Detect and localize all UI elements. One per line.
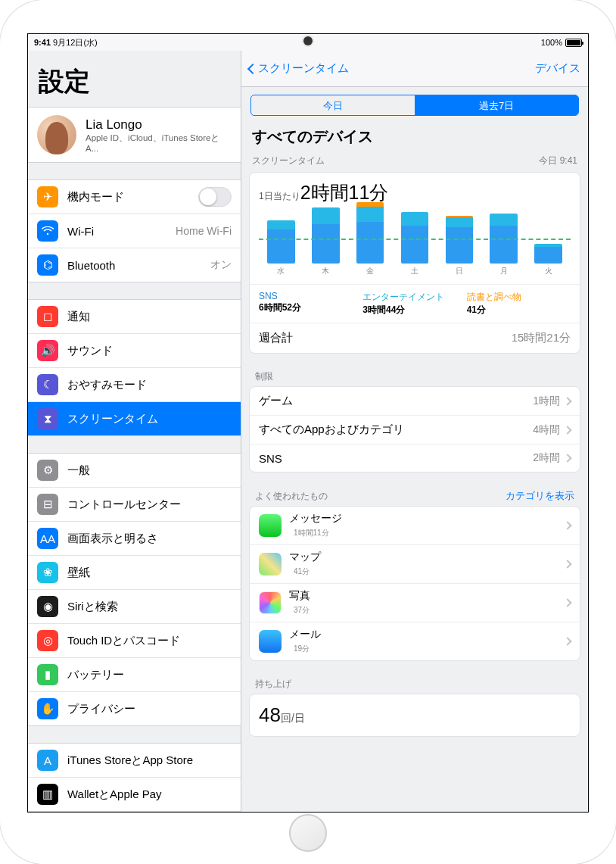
cat-sns: SNS	[259, 291, 362, 301]
chevron-right-icon	[563, 397, 571, 405]
pickup-header: 持ち上げ	[241, 672, 588, 694]
limit-games[interactable]: ゲーム 1時間	[250, 387, 580, 416]
pickup-card[interactable]: 48回/日	[249, 694, 580, 737]
speaker-icon: 🔊	[37, 340, 58, 361]
touchid-label: Touch IDとパスコード	[67, 634, 232, 648]
battery-label: バッテリー	[67, 668, 232, 682]
segmented-control[interactable]: 今日 過去7日	[250, 95, 579, 116]
back-button[interactable]: スクリーンタイム	[249, 61, 349, 76]
sidebar-item-notifications[interactable]: ◻ 通知	[28, 300, 241, 334]
bluetooth-value: オン	[210, 258, 232, 272]
display-label: 画面表示と明るさ	[67, 532, 232, 546]
status-time: 9:41	[34, 38, 51, 47]
chevron-right-icon	[563, 637, 571, 645]
messages-icon	[259, 514, 282, 537]
navbar: スクリーンタイム デバイス	[241, 51, 588, 87]
hand-icon: ✋	[37, 698, 58, 719]
sidebar-item-privacy[interactable]: ✋ プライバシー	[28, 692, 241, 725]
subheader-right: 今日 9:41	[539, 154, 577, 167]
pickup-value: 48	[259, 703, 281, 726]
all-devices-title: すべてのデバイス	[241, 116, 588, 151]
app-photos[interactable]: 写真 37分	[250, 584, 580, 622]
general-label: 一般	[67, 463, 232, 478]
show-categories-link[interactable]: カテゴリを表示	[506, 489, 574, 503]
screentime-label: スクリーンタイム	[67, 412, 232, 426]
bluetooth-label: Bluetooth	[67, 259, 210, 272]
itunes-label: iTunes StoreとApp Store	[67, 753, 232, 768]
control-label: コントロールセンター	[67, 498, 232, 512]
limit-all-apps[interactable]: すべてのAppおよびカテゴリ 4時間	[250, 416, 580, 444]
chevron-right-icon	[563, 454, 571, 462]
sidebar-item-wallpaper[interactable]: ❀ 壁紙	[28, 556, 241, 590]
battery-settings-icon: ▮	[37, 664, 58, 685]
sidebar-item-battery[interactable]: ▮ バッテリー	[28, 658, 241, 692]
home-button[interactable]	[289, 814, 327, 852]
limits-header: 制限	[241, 364, 588, 386]
fingerprint-icon: ◎	[37, 630, 58, 651]
seg-week[interactable]: 過去7日	[415, 95, 578, 115]
battery-percent: 100%	[541, 38, 562, 47]
usage-card[interactable]: 1日当たり2時間11分 水 木 金 土 日 月 火 SNS6時間52分	[249, 172, 580, 354]
sidebar-item-control-center[interactable]: ⊟ コントロールセンター	[28, 488, 241, 522]
apple-id-row[interactable]: Lia Longo Apple ID、iCloud、iTunes StoreとA…	[28, 107, 241, 163]
wallet-label: WalletとApple Pay	[67, 788, 232, 802]
wifi-label: Wi-Fi	[67, 225, 176, 238]
sidebar-item-wifi[interactable]: Wi-Fi Home Wi-Fi	[28, 214, 241, 248]
dnd-label: おやすみモード	[67, 378, 232, 392]
airplane-label: 機内モード	[67, 190, 198, 204]
app-maps[interactable]: マップ 41分	[250, 545, 580, 584]
sidebar-item-siri[interactable]: ◉ Siriと検索	[28, 590, 241, 624]
wallet-icon: ▥	[37, 784, 58, 805]
settings-sidebar[interactable]: 設定 Lia Longo Apple ID、iCloud、iTunes Stor…	[28, 51, 241, 812]
sidebar-item-bluetooth[interactable]: ⌬ Bluetooth オン	[28, 248, 241, 282]
app-mail[interactable]: メール 19分	[250, 622, 580, 660]
wifi-value: Home Wi-Fi	[176, 225, 232, 237]
settings-title: 設定	[28, 51, 241, 107]
app-messages[interactable]: メッセージ 1時間11分	[250, 507, 580, 545]
front-camera	[303, 36, 313, 45]
sidebar-item-itunes[interactable]: A iTunes StoreとApp Store	[28, 744, 241, 778]
most-used-list: メッセージ 1時間11分 マップ 41分 写真 37分	[249, 506, 580, 661]
devices-button[interactable]: デバイス	[535, 61, 580, 76]
chevron-left-icon	[247, 63, 258, 73]
total-value: 15時間21分	[512, 331, 571, 345]
chevron-right-icon	[563, 521, 571, 529]
sidebar-item-general[interactable]: ⚙ 一般	[28, 454, 241, 488]
mail-icon	[259, 630, 282, 653]
battery-icon	[565, 39, 582, 47]
flower-icon: ❀	[37, 562, 58, 583]
main-panel[interactable]: スクリーンタイム デバイス 今日 過去7日 すべてのデバイス スクリーンタイム …	[241, 51, 588, 812]
week-total-row[interactable]: 週合計 15時間21分	[250, 323, 580, 353]
limits-list: ゲーム 1時間 すべてのAppおよびカテゴリ 4時間 SNS 2時間	[249, 386, 580, 473]
sidebar-item-touchid[interactable]: ◎ Touch IDとパスコード	[28, 624, 241, 658]
airplane-icon: ✈	[37, 186, 58, 207]
gear-icon: ⚙	[37, 460, 58, 481]
sidebar-item-sound[interactable]: 🔊 サウンド	[28, 334, 241, 368]
airplane-switch[interactable]	[198, 187, 232, 207]
status-date: 9月12日(水)	[53, 38, 98, 47]
cat-ent: エンターテイメント	[362, 291, 466, 304]
sidebar-item-wallet[interactable]: ▥ WalletとApple Pay	[28, 778, 241, 811]
bell-icon: ◻	[37, 306, 58, 327]
total-label: 週合計	[259, 331, 293, 345]
privacy-label: プライバシー	[67, 702, 232, 716]
maps-icon	[259, 553, 282, 575]
sound-label: サウンド	[67, 344, 232, 358]
profile-sub: Apple ID、iCloud、iTunes StoreとA...	[86, 133, 232, 153]
pickup-unit: 回/日	[281, 712, 305, 724]
hourglass-icon: ⧗	[37, 408, 58, 429]
avatar	[37, 115, 76, 154]
photos-icon	[259, 591, 282, 614]
sidebar-item-display[interactable]: AA 画面表示と明るさ	[28, 522, 241, 556]
sidebar-item-screentime[interactable]: ⧗ スクリーンタイム	[28, 402, 241, 435]
sidebar-item-dnd[interactable]: ☾ おやすみモード	[28, 368, 241, 402]
back-label: スクリーンタイム	[258, 61, 349, 76]
siri-icon: ◉	[37, 596, 58, 617]
cat-read: 読書と調べ物	[467, 291, 571, 304]
siri-label: Siriと検索	[67, 600, 232, 614]
limit-sns[interactable]: SNS 2時間	[250, 444, 580, 472]
seg-today[interactable]: 今日	[251, 95, 415, 115]
chevron-right-icon	[563, 426, 571, 434]
bluetooth-icon: ⌬	[37, 254, 58, 276]
sidebar-item-airplane[interactable]: ✈ 機内モード	[28, 180, 241, 214]
